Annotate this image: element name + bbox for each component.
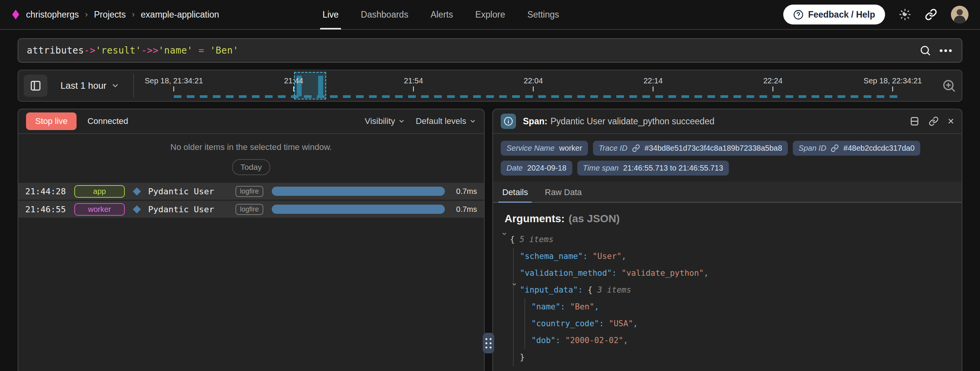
breadcrumb-item-Projects[interactable]: Projects: [94, 10, 126, 20]
split-view-icon[interactable]: [910, 116, 920, 126]
sidebar-panel-icon: [30, 80, 41, 91]
default-levels-dropdown[interactable]: Default levels: [416, 116, 476, 126]
query-token: attributes: [27, 45, 84, 56]
timeline-strip[interactable]: Sep 18, 21:34:2121:4421:5422:0422:1422:2…: [174, 70, 893, 101]
badge-date[interactable]: Date2024-09-18: [501, 161, 572, 176]
badge-value: #34bd8e51d73c3f4c8a189b72338a5ba8: [645, 144, 782, 153]
json-token: "country_code": [531, 319, 599, 328]
visibility-dropdown[interactable]: Visibility: [365, 116, 405, 126]
json-token: "User": [593, 252, 622, 261]
breadcrumb-item-christophergs[interactable]: christophergs: [26, 10, 79, 20]
tab-raw-data[interactable]: Raw Data: [544, 182, 583, 202]
arguments-title: Arguments:: [505, 213, 565, 225]
badge-label: Time span: [583, 164, 619, 172]
copy-link-icon[interactable]: [929, 116, 939, 126]
timeline-tick-label: 22:04: [524, 76, 543, 85]
timeline-tick-label: 22:24: [763, 76, 782, 85]
badge-trace-id[interactable]: Trace ID#34bd8e51d73c3f4c8a189b72338a5ba…: [593, 141, 788, 156]
query-actions: •••: [920, 45, 953, 57]
json-line: { 5 items: [505, 231, 950, 248]
breadcrumb-item-example-application[interactable]: example-application: [141, 10, 219, 20]
tab-details[interactable]: Details: [501, 182, 529, 202]
json-line: "country_code": "USA",: [505, 315, 950, 332]
trace-time: 21:44:28: [25, 187, 68, 196]
time-range-select[interactable]: Last 1 hour: [60, 80, 119, 91]
badge-value: worker: [559, 144, 582, 153]
today-chip[interactable]: Today: [232, 159, 270, 175]
json-token: ,: [633, 319, 638, 328]
timeline-tick-label: 21:54: [404, 76, 423, 85]
json-token: {: [510, 235, 519, 244]
close-icon[interactable]: ×: [948, 116, 954, 127]
divider: [133, 74, 134, 98]
json-token: ,: [622, 252, 627, 261]
query-token: 'result': [95, 45, 141, 56]
json-viewer: { 5 items"schema_name": "User","validati…: [505, 231, 950, 366]
collapse-caret-icon[interactable]: [501, 231, 507, 237]
search-icon[interactable]: [920, 45, 931, 56]
logfire-logo-icon[interactable]: [11, 9, 20, 20]
timeline-tick: Sep 18, 22:34:21: [864, 76, 922, 91]
top-bar: christophergs›Projects›example-applicati…: [0, 0, 980, 30]
timeline-tick-mark: [293, 86, 294, 91]
arguments-subtitle: (as JSON): [568, 213, 620, 225]
timeline-tick: 21:54: [404, 76, 423, 91]
sidebar-toggle-button[interactable]: [24, 75, 47, 97]
query-input[interactable]: attributes->'result'->>'name' = 'Ben': [27, 45, 238, 56]
breadcrumb-separator: ›: [85, 10, 88, 20]
detail-tabs: DetailsRaw Data: [493, 182, 962, 203]
tab-settings[interactable]: Settings: [527, 0, 559, 29]
more-options-ellipsis[interactable]: •••: [939, 45, 953, 57]
badge-label: Trace ID: [599, 144, 627, 153]
trace-row[interactable]: 21:44:28appPydantic Userlogfire0.7ms: [18, 183, 484, 200]
duration-label: 0.7ms: [456, 187, 477, 196]
badge-service-name[interactable]: Service Nameworker: [501, 141, 588, 156]
timeline-tick: 22:04: [524, 76, 543, 91]
tab-dashboards[interactable]: Dashboards: [361, 0, 408, 29]
json-token: :: [560, 302, 570, 311]
query-bar[interactable]: attributes->'result'->>'name' = 'Ben' ••…: [18, 38, 962, 63]
query-token: 'Ben': [210, 45, 238, 56]
chevron-down-icon: [469, 118, 476, 125]
tab-explore[interactable]: Explore: [475, 0, 505, 29]
trace-list: 21:44:28appPydantic Userlogfire0.7ms21:4…: [18, 183, 484, 219]
span-attribute-badges: Service NameworkerTrace ID#34bd8e51d73c3…: [493, 134, 962, 178]
theme-toggle-icon[interactable]: [899, 8, 911, 21]
json-token: "dob": [531, 336, 555, 345]
connection-status: Connected: [87, 116, 128, 126]
timeline-tick: 22:14: [644, 76, 663, 91]
stop-live-button[interactable]: Stop live: [26, 112, 77, 130]
span-detail-actions: ×: [910, 116, 954, 127]
timeline-tick: 21:44: [284, 76, 303, 91]
badge-time-span[interactable]: Time span21:46:55.713 to 21:46:55.713: [577, 161, 729, 176]
json-token: "USA": [609, 319, 633, 328]
share-link-icon[interactable]: [925, 8, 937, 21]
arguments-heading: Arguments:(as JSON): [505, 213, 950, 225]
badge-label: Service Name: [506, 144, 555, 153]
timeline-bar: Last 1 hour Sep 18, 21:34:2121:4421:5422…: [18, 70, 962, 102]
timeline-tick-label: 22:14: [644, 76, 663, 85]
help-circle-icon: [793, 10, 804, 20]
json-token: "input_data": [520, 285, 578, 295]
tab-live[interactable]: Live: [322, 0, 338, 29]
link-icon: [632, 144, 640, 152]
chevron-down-icon: [111, 81, 119, 90]
trace-row[interactable]: 21:46:55workerPydantic Userlogfire0.7ms: [18, 201, 484, 218]
collapse-caret-icon[interactable]: [511, 282, 517, 287]
tab-alerts[interactable]: Alerts: [431, 0, 453, 29]
live-panel-header: Stop live Connected Visibility Default l…: [18, 109, 484, 134]
breadcrumb: christophergs›Projects›example-applicati…: [11, 9, 219, 20]
json-token: {: [588, 285, 597, 295]
user-avatar[interactable]: [951, 6, 969, 23]
timeline-tick-mark: [892, 86, 893, 91]
zoom-in-icon[interactable]: [942, 78, 956, 93]
chevron-down-icon: [398, 118, 405, 125]
badge-value: 2024-09-18: [527, 164, 566, 172]
feedback-help-button[interactable]: Feedback / Help: [783, 5, 885, 24]
span-name: Pydantic User validate_python succeeded: [550, 116, 714, 126]
default-levels-label: Default levels: [416, 116, 466, 126]
json-token: "validation_method": [520, 268, 612, 278]
badge-span-id[interactable]: Span ID#48eb2cdcdc317da0: [793, 141, 920, 156]
panel-resize-handle[interactable]: [483, 333, 494, 353]
feedback-help-label: Feedback / Help: [808, 10, 875, 20]
